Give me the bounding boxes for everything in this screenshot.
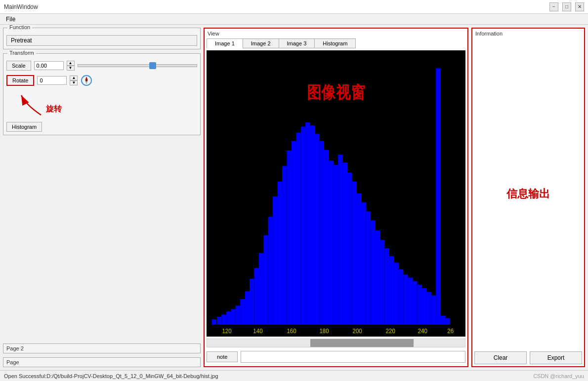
svg-rect-10 [231, 309, 235, 324]
page-row: Page [3, 357, 201, 367]
close-button[interactable]: ✕ [575, 2, 584, 11]
svg-rect-47 [403, 274, 408, 324]
svg-rect-15 [254, 268, 258, 325]
svg-rect-50 [418, 285, 422, 325]
rotate-input[interactable] [37, 76, 67, 85]
svg-rect-14 [250, 279, 254, 325]
menu-bar: File [0, 14, 588, 25]
tab-bar: Image 1 Image 2 Image 3 Histogram [207, 38, 465, 48]
minimize-button[interactable]: − [549, 2, 558, 11]
title-bar: MainWindow − □ ✕ [0, 0, 588, 14]
clear-button[interactable]: Clear [474, 351, 527, 364]
window-title: MainWindow [4, 3, 38, 10]
transform-group-title: Transform [7, 50, 36, 56]
tab-image1[interactable]: Image 1 [207, 38, 243, 48]
svg-rect-6 [211, 319, 216, 325]
rotate-up[interactable]: ▲ [70, 76, 78, 80]
maximize-button[interactable]: □ [562, 2, 571, 11]
info-action-bar: Clear Export [474, 351, 582, 364]
svg-rect-41 [376, 230, 380, 325]
svg-rect-11 [236, 305, 240, 325]
tab-image3[interactable]: Image 3 [279, 38, 315, 48]
scale-thumb[interactable] [149, 62, 156, 69]
scale-button[interactable]: Scale [6, 61, 31, 71]
svg-rect-18 [268, 217, 273, 325]
scale-slider[interactable] [78, 64, 197, 67]
svg-rect-28 [315, 134, 319, 325]
export-button[interactable]: Export [530, 351, 582, 364]
svg-point-3 [85, 79, 87, 81]
svg-rect-39 [366, 211, 371, 325]
file-menu[interactable]: File [2, 15, 19, 24]
pretreat-button[interactable]: Pretreat [6, 35, 197, 46]
histogram-button[interactable]: Histogram [6, 122, 42, 132]
svg-rect-20 [278, 182, 282, 325]
rotate-button[interactable]: Rotate [6, 75, 34, 86]
svg-text:26: 26 [447, 327, 454, 335]
note-button[interactable]: note [207, 351, 238, 362]
rotate-down[interactable]: ▼ [70, 80, 78, 85]
tab-histogram[interactable]: Histogram [314, 38, 356, 48]
svg-rect-26 [305, 122, 310, 325]
svg-rect-22 [287, 151, 291, 325]
svg-rect-49 [413, 281, 417, 325]
svg-rect-32 [334, 165, 338, 325]
scale-input[interactable] [34, 61, 64, 70]
svg-rect-9 [226, 311, 231, 325]
svg-rect-8 [221, 314, 226, 325]
svg-rect-45 [394, 263, 398, 325]
annotation-area: 旋转 [16, 90, 197, 120]
scale-up[interactable]: ▲ [67, 61, 75, 66]
status-bar: Open Successful:D:/Qt/build-ProjCV-Deskt… [0, 370, 588, 381]
rotate-spinner[interactable]: ▲ ▼ [70, 76, 78, 85]
svg-text:120: 120 [222, 327, 231, 335]
svg-rect-16 [259, 253, 263, 325]
note-input[interactable] [241, 351, 465, 363]
svg-rect-7 [217, 317, 221, 325]
svg-rect-21 [282, 166, 287, 324]
svg-rect-38 [361, 202, 366, 325]
scale-down[interactable]: ▼ [67, 66, 75, 71]
svg-rect-34 [343, 162, 347, 325]
info-content: 信息输出 [474, 38, 582, 349]
svg-rect-25 [301, 127, 305, 325]
svg-rect-35 [347, 173, 352, 325]
view-panel: View Image 1 Image 2 Image 3 Histogram [204, 28, 468, 367]
svg-rect-17 [263, 235, 268, 325]
svg-rect-13 [245, 291, 250, 325]
horizontal-scrollbar[interactable] [207, 339, 465, 347]
view-title: View [207, 31, 465, 37]
svg-rect-29 [319, 141, 324, 325]
scale-spinner[interactable]: ▲ ▼ [67, 61, 75, 71]
svg-rect-40 [371, 220, 375, 324]
svg-rect-51 [422, 288, 426, 325]
svg-rect-44 [389, 256, 394, 325]
histogram-chart: 图像视窗 120 140 160 180 200 220 240 26 [207, 50, 465, 337]
tab-image2[interactable]: Image 2 [243, 38, 279, 48]
svg-text:200: 200 [353, 327, 362, 335]
rotation-annotation-text: 旋转 [46, 104, 62, 114]
scroll-thumb[interactable] [310, 339, 414, 347]
status-text: Open Successful:D:/Qt/build-ProjCV-Deskt… [4, 373, 218, 379]
svg-rect-52 [426, 292, 431, 324]
svg-rect-36 [352, 182, 356, 325]
svg-rect-31 [329, 161, 333, 325]
function-group-title: Function [7, 25, 32, 30]
info-title: Information [474, 31, 582, 37]
svg-rect-19 [273, 196, 277, 325]
svg-rect-27 [310, 125, 315, 325]
svg-rect-37 [357, 193, 361, 325]
page2-row: Page 2 [3, 343, 201, 353]
svg-rect-12 [240, 299, 245, 325]
svg-text:240: 240 [418, 327, 427, 335]
svg-rect-55 [441, 316, 445, 325]
window-controls: − □ ✕ [549, 2, 584, 11]
svg-rect-43 [385, 248, 389, 325]
svg-rect-56 [445, 318, 450, 325]
function-group: Function Pretreat [3, 28, 201, 49]
svg-rect-30 [324, 150, 329, 325]
svg-text:180: 180 [319, 327, 329, 335]
svg-text:160: 160 [287, 327, 296, 335]
rotate-row: Rotate ▲ ▼ [6, 75, 197, 86]
svg-rect-54 [436, 68, 440, 325]
